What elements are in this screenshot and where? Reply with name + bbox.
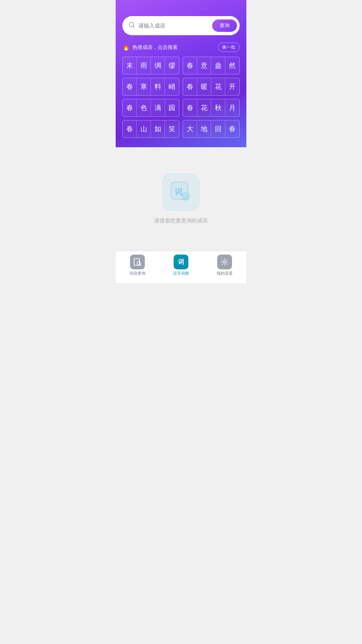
idiom-card-1[interactable]: 春 意 盎 然 [183, 57, 240, 74]
idiom-char: 园 [165, 99, 179, 116]
idiom-char: 春 [183, 99, 197, 116]
svg-line-1 [133, 26, 134, 28]
nav-icon-hanzi: 词 [174, 255, 188, 269]
idiom-card-7[interactable]: 大 地 回 春 [183, 120, 240, 138]
idiom-card-4[interactable]: 春 色 满 园 [122, 99, 179, 117]
idiom-card-5[interactable]: 春 花 秋 月 [183, 99, 240, 117]
idiom-card-6[interactable]: 春 山 如 笑 [122, 120, 179, 138]
idiom-char: 大 [183, 120, 197, 138]
search-bar: 查询 [122, 16, 240, 35]
nav-label-settings: 我的设置 [217, 271, 233, 276]
idiom-char: 满 [151, 99, 165, 116]
idiom-char: 山 [137, 120, 151, 138]
refresh-button[interactable]: 换一批 [218, 43, 240, 52]
nav-item-cidian[interactable]: 词语查询 [116, 255, 159, 276]
bottom-nav: 词语查询 词 汉字词典 我的设置 [116, 251, 246, 283]
idiom-char: 开 [225, 78, 239, 95]
empty-text: 请搜索您要查询的成语 [154, 217, 208, 224]
nav-item-settings[interactable]: 我的设置 [203, 255, 246, 276]
idiom-char: 花 [211, 78, 225, 95]
hot-search-label: 热搜成语，点击搜索 [132, 44, 178, 51]
fire-icon: 🔥 [122, 44, 130, 51]
idiom-char: 盎 [211, 57, 225, 74]
idiom-char: 春 [123, 78, 137, 95]
idiom-char: 末 [123, 57, 137, 74]
empty-icon-wrap: 词 [163, 174, 199, 211]
idiom-char: 然 [225, 57, 239, 74]
idiom-char: 春 [123, 120, 137, 138]
empty-state: 词 请搜索您要查询的成语 [154, 174, 208, 224]
idiom-char: 春 [183, 57, 197, 74]
svg-point-10 [224, 261, 226, 263]
idiom-char: 雨 [137, 57, 151, 74]
empty-icon-inner: 词 [168, 179, 194, 206]
nav-label-cidian: 词语查询 [129, 271, 145, 276]
main-content: 词 请搜索您要查询的成语 [116, 147, 246, 251]
svg-point-4 [182, 193, 190, 200]
nav-icon-cidian [130, 255, 145, 269]
idiom-char: 暖 [197, 78, 211, 95]
search-input[interactable] [138, 23, 212, 29]
idiom-char: 意 [197, 57, 211, 74]
idiom-char: 春 [225, 120, 239, 138]
hot-search-title: 🔥 热搜成语，点击搜索 [122, 44, 178, 51]
idiom-char: 地 [197, 120, 211, 138]
idiom-char: 峭 [165, 78, 179, 95]
idiom-char: 笑 [165, 120, 179, 138]
svg-line-9 [140, 265, 141, 266]
idiom-card-0[interactable]: 末 雨 绸 缪 [122, 57, 179, 74]
idiom-char: 春 [123, 99, 137, 116]
idiom-card-3[interactable]: 春 暖 花 开 [183, 78, 240, 96]
idiom-char: 花 [197, 99, 211, 116]
idiom-card-2[interactable]: 春 寒 料 峭 [122, 78, 179, 96]
idiom-char: 寒 [137, 78, 151, 95]
hanzi-dict-icon: 词 [178, 258, 184, 266]
hot-search-header: 🔥 热搜成语，点击搜索 换一批 [122, 43, 240, 52]
svg-text:词: 词 [175, 187, 182, 196]
idiom-grid: 末 雨 绸 缪 春 意 盎 然 春 寒 料 峭 春 暖 花 开 春 色 满 园 [122, 57, 240, 138]
nav-label-hanzi: 汉字词典 [173, 271, 189, 276]
idiom-char: 如 [151, 120, 165, 138]
search-button[interactable]: 查询 [212, 19, 237, 32]
idiom-char: 绸 [151, 57, 165, 74]
nav-icon-settings [217, 255, 232, 269]
idiom-char: 料 [151, 78, 165, 95]
idiom-char: 春 [183, 78, 197, 95]
nav-item-hanzi[interactable]: 词 汉字词典 [159, 255, 203, 276]
idiom-char: 月 [225, 99, 239, 116]
idiom-char: 秋 [211, 99, 225, 116]
idiom-char: 色 [137, 99, 151, 116]
search-icon [128, 21, 135, 30]
idiom-char: 回 [211, 120, 225, 138]
header-area: 查询 🔥 热搜成语，点击搜索 换一批 末 雨 绸 缪 春 意 盎 然 春 寒 料… [116, 0, 246, 147]
idiom-char: 缪 [165, 57, 179, 74]
